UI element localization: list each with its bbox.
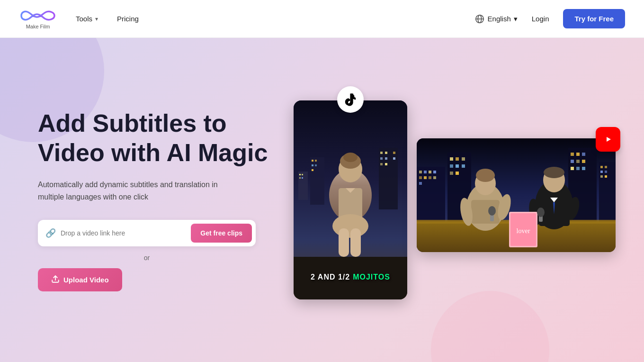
subtitle-bar: 2 AND 1/2 MOJITOS [294, 269, 407, 285]
svg-point-94 [488, 206, 496, 216]
tools-label: Tools [76, 15, 92, 23]
lang-chevron-icon: ▾ [514, 15, 518, 23]
hero-section: Add Subtitles to Video with AI Magic Aut… [0, 38, 644, 362]
svg-rect-38 [417, 167, 445, 224]
svg-rect-71 [605, 171, 607, 173]
svg-rect-39 [419, 171, 422, 173]
svg-rect-50 [456, 157, 459, 161]
subtitle-text-white: 2 AND 1/2 [311, 273, 350, 281]
pricing-link[interactable]: Pricing [117, 15, 139, 23]
svg-rect-56 [462, 164, 465, 168]
nav-left: Make Film Tools ▾ Pricing [19, 9, 139, 29]
svg-rect-59 [576, 153, 580, 156]
tools-chevron-icon: ▾ [95, 16, 98, 22]
language-selector[interactable]: English ▾ [474, 14, 518, 24]
logo-icon [19, 9, 57, 23]
svg-rect-12 [315, 160, 317, 162]
upload-icon [51, 275, 60, 285]
svg-rect-61 [571, 160, 574, 163]
bg-blob-2 [431, 291, 549, 362]
svg-rect-58 [571, 153, 574, 156]
svg-rect-8 [299, 177, 301, 179]
svg-rect-63 [582, 160, 585, 163]
language-label: English [488, 15, 511, 23]
svg-rect-11 [312, 160, 313, 162]
tiktok-badge [337, 86, 364, 113]
svg-point-29 [343, 153, 358, 162]
svg-rect-22 [385, 163, 387, 165]
upload-video-button[interactable]: Upload Video [38, 268, 122, 291]
svg-rect-17 [380, 152, 383, 154]
youtube-badge [596, 127, 620, 152]
svg-point-84 [544, 167, 564, 178]
hero-content: Add Subtitles to Video with AI Magic Aut… [38, 109, 275, 292]
youtube-video-bg: lover [417, 138, 616, 252]
video-url-input-row: 🔗 Get free clips [38, 220, 256, 246]
svg-rect-53 [450, 172, 453, 175]
svg-rect-55 [462, 157, 465, 161]
svg-rect-6 [299, 174, 301, 175]
svg-rect-19 [380, 157, 383, 160]
svg-rect-49 [450, 157, 453, 161]
svg-text:lover: lover [517, 227, 530, 235]
upload-label: Upload Video [63, 276, 109, 284]
svg-rect-51 [450, 164, 453, 168]
svg-rect-70 [600, 171, 603, 173]
tiktok-video-preview: 2 AND 1/2 MOJITOS [294, 100, 407, 299]
svg-rect-45 [429, 176, 431, 179]
svg-rect-18 [385, 152, 387, 154]
svg-rect-7 [302, 174, 303, 175]
svg-rect-34 [350, 228, 361, 257]
svg-rect-66 [582, 167, 585, 170]
svg-rect-14 [315, 164, 317, 166]
svg-rect-16 [379, 148, 398, 209]
svg-rect-44 [429, 171, 431, 173]
svg-rect-21 [380, 163, 383, 165]
logo[interactable]: Make Film [19, 9, 57, 29]
navbar: Make Film Tools ▾ Pricing English ▾ Logi… [0, 0, 644, 38]
svg-rect-23 [393, 152, 395, 154]
globe-icon [474, 14, 485, 24]
svg-rect-73 [605, 175, 607, 178]
svg-rect-13 [312, 164, 313, 166]
tools-menu[interactable]: Tools ▾ [76, 15, 98, 23]
svg-rect-60 [582, 153, 585, 156]
svg-rect-20 [385, 157, 387, 160]
tiktok-icon [344, 93, 357, 106]
login-button[interactable]: Login [532, 15, 549, 23]
hero-title: Add Subtitles to Video with AI Magic [38, 109, 275, 168]
svg-rect-72 [600, 175, 603, 178]
svg-rect-24 [393, 157, 395, 160]
svg-rect-43 [419, 182, 422, 185]
link-icon: 🔗 [45, 228, 56, 238]
or-divider: or [38, 254, 256, 262]
svg-rect-41 [419, 176, 422, 179]
youtube-video-preview: lover [417, 138, 616, 252]
svg-rect-42 [424, 176, 427, 179]
svg-rect-62 [576, 160, 580, 163]
logo-label: Make Film [26, 24, 50, 29]
svg-rect-46 [433, 171, 436, 173]
svg-rect-65 [576, 167, 580, 170]
svg-rect-5 [298, 172, 308, 200]
video-url-input[interactable] [61, 229, 186, 237]
svg-rect-69 [605, 166, 607, 168]
svg-rect-68 [600, 166, 603, 168]
svg-rect-52 [456, 164, 459, 168]
hero-subtitle: Automatically add dynamic subtitles and … [38, 179, 237, 203]
svg-rect-15 [312, 169, 313, 171]
tiktok-card: 2 AND 1/2 MOJITOS [294, 100, 407, 299]
youtube-icon [601, 135, 615, 144]
try-free-button[interactable]: Try for Free [563, 9, 625, 28]
svg-rect-33 [339, 228, 349, 257]
svg-rect-64 [571, 167, 574, 170]
svg-point-78 [476, 169, 495, 182]
svg-rect-47 [433, 176, 436, 179]
subtitle-text-green: MOJITOS [353, 273, 390, 281]
svg-rect-9 [302, 177, 303, 179]
hero-visuals: 2 AND 1/2 MOJITOS [294, 100, 616, 299]
svg-rect-40 [424, 171, 427, 173]
youtube-card: lover [417, 138, 616, 252]
svg-point-96 [537, 208, 545, 217]
get-clips-button[interactable]: Get free clips [191, 224, 252, 243]
